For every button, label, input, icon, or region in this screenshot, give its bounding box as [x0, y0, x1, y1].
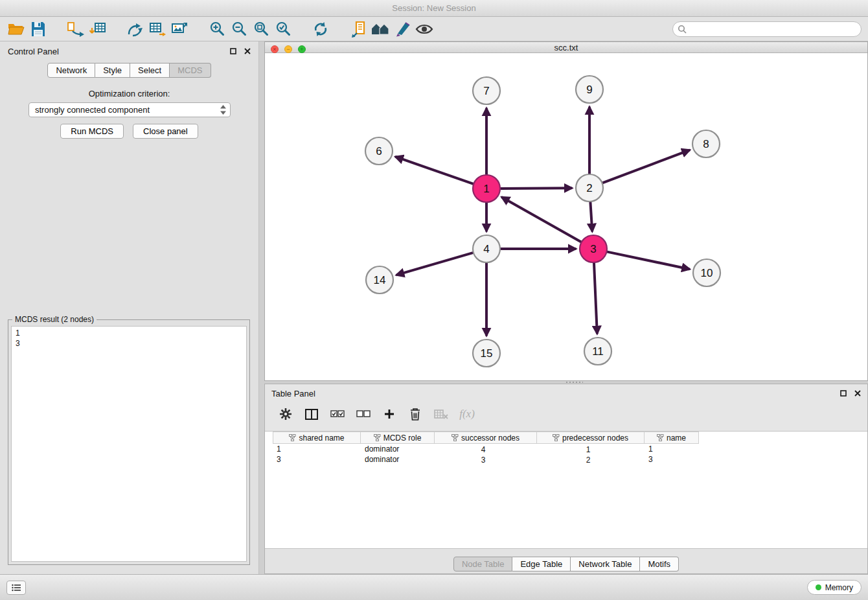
control-panel-close-button[interactable] [244, 47, 251, 56]
eye-icon [415, 23, 433, 36]
edge-2-3[interactable] [590, 202, 592, 231]
tab-style[interactable]: Style [95, 63, 130, 78]
toggle-details-button[interactable] [413, 19, 435, 40]
node-1[interactable]: 1 [473, 175, 500, 202]
snapshot-button[interactable] [347, 19, 369, 40]
zoom-out-button[interactable] [228, 19, 250, 40]
node-14[interactable]: 14 [366, 266, 393, 294]
horizontal-splitter[interactable] [264, 381, 868, 384]
node-label: 11 [592, 345, 604, 358]
node-7[interactable]: 7 [473, 77, 500, 104]
search-box[interactable] [672, 21, 862, 37]
edge-1-2[interactable] [501, 188, 571, 189]
save-session-button[interactable] [27, 19, 49, 40]
export-table-button[interactable] [146, 19, 168, 40]
column-visibility-button[interactable] [300, 404, 323, 424]
style-button[interactable] [391, 19, 413, 40]
node-11[interactable]: 11 [584, 338, 611, 365]
edge-3-11[interactable] [594, 263, 597, 333]
node-10[interactable]: 10 [693, 259, 720, 286]
vertical-splitter[interactable] [259, 41, 264, 574]
table-settings-button[interactable] [274, 404, 297, 424]
table-row[interactable]: 1dominator411 [273, 444, 867, 454]
edge-4-14[interactable] [397, 253, 473, 275]
edge-2-8[interactable] [603, 150, 689, 183]
search-input[interactable] [687, 23, 861, 36]
add-column-button[interactable] [378, 404, 401, 424]
zoom-selected-button[interactable] [272, 19, 294, 40]
apply-layout-button[interactable] [310, 19, 332, 40]
column-sort-icon [657, 434, 664, 441]
tab-motifs[interactable]: Motifs [640, 557, 679, 571]
import-network-button[interactable] [65, 19, 87, 40]
close-panel-button[interactable]: Close panel [133, 124, 198, 139]
function-builder-button[interactable]: f(x) [455, 404, 479, 424]
node-label: 14 [374, 274, 386, 286]
window-zoom-button[interactable] [298, 45, 306, 53]
zoom-out-icon [231, 21, 247, 37]
mcds-result-list[interactable]: 13 [11, 326, 247, 562]
node-2[interactable]: 2 [576, 174, 603, 202]
columns-icon [305, 409, 318, 420]
node-4[interactable]: 4 [473, 235, 500, 262]
edge-3-10[interactable] [608, 252, 689, 270]
mcds-result-group: MCDS result (2 nodes) 13 [8, 319, 250, 565]
column-header-MCDS-role[interactable]: MCDS role [361, 432, 435, 444]
first-neighbors-button[interactable] [369, 19, 391, 40]
tab-select[interactable]: Select [130, 63, 170, 78]
delete-column-button[interactable] [404, 404, 427, 424]
control-panel-float-button[interactable] [230, 47, 236, 56]
zoom-in-button[interactable] [206, 19, 228, 40]
node-3[interactable]: 3 [580, 235, 607, 262]
table-cell: 3 [435, 454, 537, 465]
optimization-select[interactable]: strongly connected component [29, 102, 231, 117]
table-panel-close-button[interactable] [854, 389, 861, 398]
column-header-successor-nodes[interactable]: successor nodes [435, 432, 537, 444]
column-header-name[interactable]: name [645, 432, 699, 444]
node-9[interactable]: 9 [576, 76, 603, 103]
node-label: 15 [481, 347, 493, 360]
optimization-criterion-label: Optimization criterion: [0, 89, 258, 98]
table-spacer [265, 426, 867, 431]
column-header-label: predecessor nodes [562, 433, 628, 443]
column-header-label: MCDS role [383, 433, 422, 443]
folder-open-icon [8, 21, 25, 37]
select-all-rows-button[interactable] [326, 404, 349, 424]
zoom-fit-button[interactable] [250, 19, 272, 40]
tab-edge-table[interactable]: Edge Table [512, 557, 571, 571]
window-titlebar: Session: New Session [0, 0, 868, 17]
tab-network[interactable]: Network [47, 63, 95, 78]
node-table: shared nameMCDS rolesuccessor nodesprede… [265, 431, 867, 549]
column-header-shared-name[interactable]: shared name [273, 432, 361, 444]
table-tab-bar: Node TableEdge TableNetwork TableMotifs [265, 549, 867, 573]
table-tabs: Node TableEdge TableNetwork TableMotifs [453, 557, 679, 571]
search-icon [678, 25, 687, 34]
memory-button[interactable]: Memory [807, 580, 862, 595]
houses-icon [371, 21, 389, 37]
table-panel-float-button[interactable] [840, 389, 847, 398]
window-minimize-button[interactable] [284, 45, 292, 53]
window-close-button[interactable] [271, 45, 279, 53]
paint-brush-icon [394, 21, 411, 37]
import-table-button[interactable] [87, 19, 109, 40]
run-mcds-button[interactable]: Run MCDS [60, 124, 124, 139]
tab-node-table[interactable]: Node Table [453, 557, 513, 571]
edge-3-1[interactable] [502, 198, 580, 242]
network-canvas[interactable]: 7968124314101511 [265, 53, 868, 378]
tab-network-table[interactable]: Network Table [571, 557, 640, 571]
node-15[interactable]: 15 [473, 340, 500, 367]
open-file-button[interactable] [5, 19, 27, 40]
tab-mcds[interactable]: MCDS [170, 63, 211, 78]
table-row[interactable]: 3dominator323 [273, 454, 867, 465]
show-panel-button[interactable] [6, 581, 26, 595]
delete-table-button[interactable] [429, 404, 453, 424]
node-8[interactable]: 8 [692, 130, 720, 157]
edge-1-6[interactable] [396, 157, 473, 184]
deselect-all-rows-button[interactable] [352, 404, 375, 424]
memory-status-dot [816, 584, 821, 590]
export-network-button[interactable] [124, 19, 146, 40]
column-header-predecessor-nodes[interactable]: predecessor nodes [537, 432, 645, 444]
node-6[interactable]: 6 [365, 137, 393, 165]
export-image-button[interactable] [168, 19, 190, 40]
control-panel-header: Control Panel [0, 41, 258, 61]
